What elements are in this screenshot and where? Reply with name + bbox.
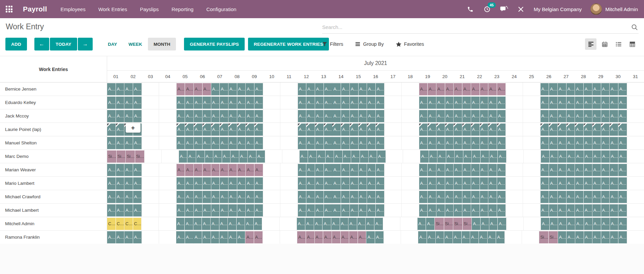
work-entry-pill-attendance[interactable]: A… — [541, 218, 549, 230]
day-cell[interactable]: A…A… — [454, 82, 471, 96]
work-entry-pill-attendance[interactable]: A… — [428, 110, 436, 122]
work-entry-pill-attendance[interactable]: A… — [610, 97, 618, 109]
work-entry-pill-attendance[interactable]: A… — [298, 83, 306, 95]
work-entry-pill-attendance[interactable]: A… — [246, 177, 254, 190]
work-entry-pill-attendance[interactable]: A… — [575, 164, 583, 176]
day-cell[interactable]: A…A… — [194, 177, 211, 190]
work-entry-pill-attendance[interactable]: A… — [228, 110, 237, 122]
work-entry-pill-leave[interactable]: A… — [203, 83, 211, 95]
day-cell[interactable]: A…A… — [176, 217, 193, 230]
work-entry-pill-leave[interactable]: A… — [349, 231, 358, 243]
work-entry-pill-attendance[interactable]: A… — [185, 177, 193, 190]
work-entry-pill-attendance_conflict[interactable]: A… — [324, 124, 332, 136]
day-cell[interactable]: A…A… — [471, 136, 488, 149]
day-cell[interactable]: A…A… — [246, 82, 263, 96]
day-cell[interactable]: A…A… — [211, 82, 228, 96]
work-entry-pill-attendance[interactable]: A… — [341, 83, 349, 95]
work-entry-pill-attendance[interactable]: A… — [359, 204, 367, 216]
work-entry-pill-attendance[interactable]: A… — [618, 164, 627, 176]
day-cell[interactable] — [159, 190, 176, 203]
day-cell[interactable]: A…A… — [246, 177, 263, 190]
work-entry-pill-attendance[interactable]: A… — [324, 164, 332, 176]
work-entry-pill-attendance[interactable]: A… — [315, 177, 324, 190]
day-cell[interactable]: A…A… — [367, 190, 384, 203]
work-entry-pill-attendance[interactable]: A… — [202, 218, 210, 230]
day-cell[interactable]: A…A… — [436, 231, 453, 244]
search-icon[interactable] — [631, 24, 638, 32]
day-cell[interactable]: A…A… — [436, 163, 454, 176]
work-entry-pill-attendance[interactable]: A… — [541, 204, 549, 216]
work-entry-pill-attendance[interactable]: A… — [205, 150, 213, 163]
work-entry-pill-attendance[interactable]: A… — [246, 97, 254, 109]
work-entry-pill-attendance[interactable]: A… — [419, 191, 428, 203]
day-cell[interactable]: A…A… — [177, 204, 194, 217]
work-entry-pill-attendance[interactable]: A… — [541, 97, 549, 109]
day-cell[interactable] — [280, 82, 298, 96]
work-entry-pill-attendance[interactable]: A… — [237, 137, 246, 149]
work-entry-pill-leave[interactable]: A… — [436, 83, 445, 95]
day-cell[interactable] — [523, 204, 540, 217]
work-entry-pill-attendance[interactable]: A… — [437, 150, 446, 163]
work-entry-pill-attendance[interactable]: A… — [549, 83, 557, 95]
work-entry-pill-attendance[interactable]: A… — [194, 97, 202, 109]
work-entry-pill-attendance[interactable]: A… — [332, 164, 341, 176]
day-cell[interactable]: A…A… — [177, 82, 194, 96]
work-entry-pill-attendance[interactable]: A… — [367, 204, 375, 216]
day-cell[interactable] — [402, 190, 419, 203]
day-cell[interactable] — [263, 231, 280, 244]
calendar-view-button[interactable] — [599, 38, 610, 50]
day-cell[interactable]: A…A… — [436, 177, 454, 190]
day-cell[interactable]: A…A… — [332, 82, 349, 96]
day-cell[interactable]: A…A… — [488, 190, 505, 203]
work-entry-pill-attendance[interactable]: A… — [376, 164, 384, 176]
work-entry-pill-attendance_conflict[interactable]: A… — [558, 124, 566, 136]
work-entry-pill-attendance[interactable]: A… — [498, 150, 506, 163]
work-entry-pill-attendance[interactable]: A… — [550, 218, 558, 230]
work-entry-pill-attendance[interactable]: A… — [237, 191, 246, 203]
work-entry-pill-attendance[interactable]: A… — [488, 191, 497, 203]
work-entry-pill-attendance[interactable]: A… — [592, 231, 601, 243]
work-entry-pill-attendance[interactable]: A… — [220, 83, 228, 95]
day-cell[interactable] — [263, 109, 280, 123]
day-cell[interactable]: A…A… — [420, 150, 437, 163]
day-cell[interactable] — [159, 109, 176, 123]
work-entry-pill-credit[interactable]: C… — [124, 218, 133, 230]
work-entry-pill-attendance[interactable]: A… — [359, 177, 367, 190]
day-cell[interactable]: A…A… — [558, 136, 575, 149]
day-cell[interactable] — [385, 136, 402, 149]
day-cell[interactable]: A…A… — [350, 163, 367, 176]
work-entry-pill-attendance[interactable]: A… — [203, 191, 211, 203]
work-entry-pill-attendance_conflict[interactable]: A… — [376, 124, 384, 136]
work-entry-pill-attendance[interactable]: A… — [315, 97, 324, 109]
work-entry-pill-attendance[interactable]: A… — [549, 164, 557, 176]
work-entry-pill-attendance_conflict[interactable]: A… — [341, 124, 349, 136]
work-entry-pill-attendance[interactable]: A… — [194, 177, 202, 190]
work-entry-pill-sick[interactable]: Si… — [107, 150, 116, 163]
work-entry-pill-attendance[interactable]: A… — [350, 97, 358, 109]
work-entry-pill-attendance[interactable]: A… — [194, 110, 202, 122]
filters-dropdown[interactable]: Filters — [322, 41, 343, 47]
add-button[interactable]: ADD — [5, 38, 27, 50]
day-cell[interactable]: A…A… — [558, 150, 575, 163]
day-cell[interactable]: A…A… — [592, 204, 610, 217]
work-entry-pill-attendance[interactable]: A… — [610, 137, 618, 149]
day-cell[interactable]: A…A… — [419, 136, 436, 149]
work-entry-pill-attendance[interactable]: A… — [463, 150, 472, 163]
work-entry-pill-attendance[interactable]: A… — [317, 150, 325, 163]
work-entry-pill-sick[interactable]: Si… — [135, 150, 144, 163]
work-entry-pill-attendance[interactable]: A… — [481, 150, 489, 163]
work-entry-pill-attendance[interactable]: A… — [331, 218, 340, 230]
day-cell[interactable]: A…A… — [610, 177, 627, 190]
day-cell[interactable] — [627, 217, 644, 230]
work-entry-pill-attendance[interactable]: A… — [618, 218, 627, 230]
day-cell[interactable]: A…A… — [471, 163, 488, 176]
day-cell[interactable]: A…A… — [315, 204, 332, 217]
day-cell[interactable] — [506, 190, 523, 203]
day-cell[interactable]: A…A… — [369, 150, 386, 163]
work-entry-pill-attendance[interactable]: A… — [558, 83, 566, 95]
work-entry-pill-attendance[interactable]: A… — [454, 164, 462, 176]
day-cell[interactable]: A…A… — [418, 231, 435, 244]
work-entry-pill-attendance[interactable]: A… — [350, 110, 358, 122]
day-cell[interactable] — [162, 150, 179, 163]
work-entry-pill-attendance[interactable]: A… — [427, 231, 435, 243]
